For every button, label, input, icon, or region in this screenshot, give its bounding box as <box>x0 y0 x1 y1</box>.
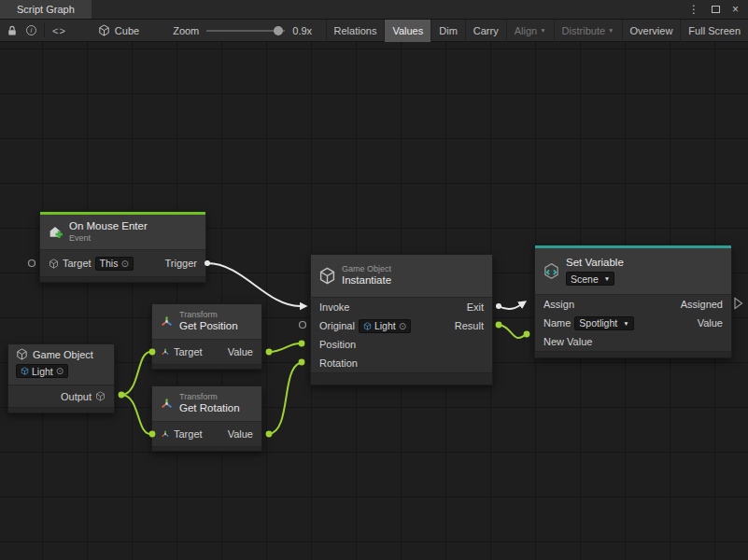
window-menu-button[interactable]: ⋮ <box>688 3 699 16</box>
port-instantiate-result[interactable] <box>496 322 502 329</box>
original-object-field[interactable]: Light ⊙ <box>359 319 411 333</box>
node-title: Set Variable <box>566 257 624 270</box>
zoom-slider-knob[interactable] <box>274 26 283 35</box>
port-label-assign: Assign <box>543 299 574 310</box>
port-label-new-value: New Value <box>543 336 592 347</box>
object-picker-icon[interactable]: ⊙ <box>56 366 64 376</box>
object-field-value: Light <box>32 366 53 377</box>
port-mouse-enter-trigger[interactable] <box>205 260 210 266</box>
tab-script-graph[interactable]: Script Graph <box>0 0 92 19</box>
fullscreen-button[interactable]: Full Screen <box>680 20 748 42</box>
port-getposition-value[interactable] <box>266 349 273 356</box>
port-getrotation-value[interactable] <box>266 431 273 438</box>
graph-target-label: Cube <box>115 25 139 36</box>
node-title: Get Position <box>179 320 238 333</box>
zoom-value: 0.9x <box>292 25 312 36</box>
toolbar-separator <box>44 23 45 37</box>
port-label-trigger: Trigger <box>165 258 197 269</box>
node-subtitle: Event <box>69 233 148 244</box>
node-footer <box>535 351 731 357</box>
chevron-down-icon: ▼ <box>623 320 628 327</box>
object-field-value: Light <box>374 320 396 331</box>
node-game-object-literal[interactable]: Game Object Light ⊙ Output <box>7 343 115 413</box>
game-object-icon <box>318 267 336 285</box>
transform-icon <box>160 397 174 411</box>
info-icon[interactable]: i <box>26 25 36 35</box>
mouse-enter-event-icon <box>48 224 64 240</box>
port-label-position: Position <box>319 339 356 350</box>
transform-type-icon <box>161 347 170 357</box>
set-variable-icon <box>543 262 560 280</box>
node-title: On Mouse Enter <box>69 220 148 233</box>
variable-name-dropdown[interactable]: Spotlight ▼ <box>574 316 633 330</box>
port-label-value: Value <box>228 346 253 357</box>
node-footer <box>8 407 114 413</box>
maximize-button[interactable] <box>712 6 720 13</box>
close-button[interactable]: × <box>732 3 739 16</box>
transform-icon <box>160 315 174 329</box>
port-gameobject-output[interactable] <box>119 392 125 399</box>
port-label-name: Name <box>543 317 571 329</box>
relations-toggle[interactable]: Relations <box>326 20 385 42</box>
node-category: Transform <box>179 310 238 320</box>
cube-icon <box>98 24 110 36</box>
port-label-value: Value <box>698 317 723 329</box>
node-footer <box>152 446 261 451</box>
port-label-assigned: Assigned <box>681 299 723 310</box>
overview-button[interactable]: Overview <box>622 20 681 42</box>
zoom-slider[interactable] <box>206 25 285 36</box>
game-object-icon <box>16 348 28 360</box>
port-label-original: Original <box>319 320 355 331</box>
object-picker-icon[interactable]: ⊙ <box>120 259 128 269</box>
distribute-dropdown[interactable]: Distribute▼ <box>554 20 622 42</box>
node-category: Game Object <box>342 264 391 274</box>
node-footer <box>311 372 492 385</box>
lock-icon[interactable] <box>7 25 17 36</box>
port-mouse-enter-target[interactable] <box>29 260 35 267</box>
port-setvariable-new-value[interactable] <box>524 331 530 338</box>
node-on-mouse-enter[interactable]: On Mouse Enter Event Target This ⊙ Trigg… <box>39 211 206 283</box>
object-picker-icon[interactable]: ⊙ <box>399 321 406 331</box>
variable-name-value: Spotlight <box>579 317 617 329</box>
node-instantiate[interactable]: Game Object Instantiate Invoke Exit Orig… <box>310 254 493 385</box>
graph-toolbar: i <> Cube Zoom 0.9x Relations Values Dim… <box>0 20 748 42</box>
port-getposition-target[interactable] <box>149 349 156 356</box>
port-label-rotation: Rotation <box>319 357 358 369</box>
window-tab-bar: Script Graph ⋮ × <box>0 0 748 20</box>
node-get-position[interactable]: Transform Get Position Target Value <box>151 303 262 370</box>
port-instantiate-exit[interactable] <box>496 303 501 309</box>
node-footer <box>40 276 205 282</box>
port-getrotation-target[interactable] <box>149 431 156 438</box>
game-object-type-icon <box>49 259 59 269</box>
port-instantiate-position[interactable] <box>299 341 305 347</box>
align-dropdown[interactable]: Align▼ <box>506 20 554 42</box>
node-get-rotation[interactable]: Transform Get Rotation Target Value <box>151 385 262 452</box>
target-object-field[interactable]: This ⊙ <box>95 257 134 271</box>
edit-script-icon[interactable]: <> <box>52 25 66 36</box>
carry-toggle[interactable]: Carry <box>465 20 506 42</box>
chevron-down-icon: ▼ <box>608 27 614 34</box>
port-label-value: Value <box>228 428 253 440</box>
port-label-target: Target <box>174 428 203 440</box>
object-field[interactable]: Light ⊙ <box>16 364 68 378</box>
port-instantiate-rotation[interactable] <box>299 359 305 366</box>
scope-value: Scene <box>571 273 599 286</box>
transform-type-icon <box>161 429 170 439</box>
object-field-value: This <box>100 258 119 269</box>
port-label-target: Target <box>63 258 92 269</box>
zoom-label: Zoom <box>173 25 199 36</box>
node-set-variable[interactable]: Set Variable Scene ▼ Assign Assigned Nam… <box>534 245 732 358</box>
node-title: Game Object <box>33 349 93 360</box>
port-label-target: Target <box>174 346 203 357</box>
node-title: Get Rotation <box>179 402 240 415</box>
node-category: Transform <box>179 392 240 402</box>
node-footer <box>152 364 261 369</box>
chevron-down-icon: ▼ <box>604 275 610 283</box>
port-instantiate-original[interactable] <box>300 322 306 329</box>
values-toggle[interactable]: Values <box>384 20 430 42</box>
dim-toggle[interactable]: Dim <box>430 20 465 42</box>
port-label-invoke: Invoke <box>319 301 349 313</box>
variable-scope-dropdown[interactable]: Scene ▼ <box>566 272 614 286</box>
game-object-icon <box>21 367 29 375</box>
chevron-down-icon: ▼ <box>540 27 545 34</box>
